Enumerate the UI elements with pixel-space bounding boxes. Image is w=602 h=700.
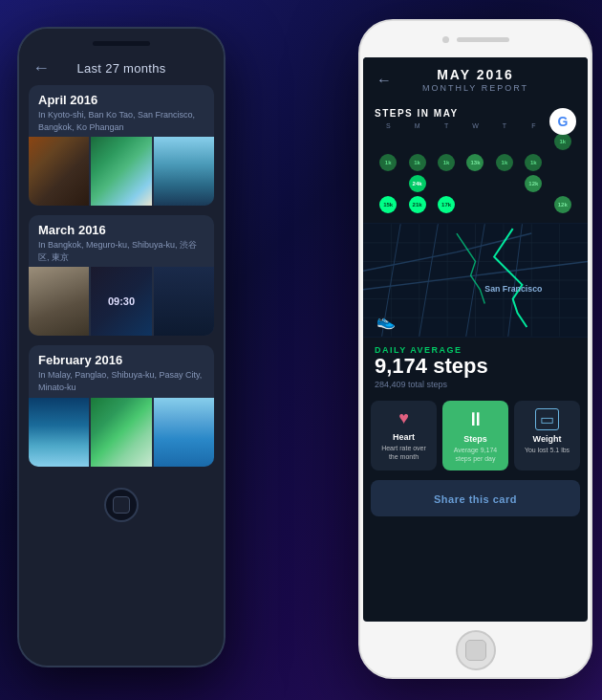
march-photo-2: 09:30: [91, 267, 151, 336]
april-photos: [29, 137, 214, 206]
phone-left: ← Last 27 months April 2016 In Kyoto-shi…: [17, 27, 226, 667]
cal-h-t1: T: [433, 122, 460, 129]
cal-1-6: [525, 133, 542, 150]
right-home-button-inner: [465, 640, 486, 661]
weight-card[interactable]: ▭ Weight You lost 5.1 lbs: [514, 401, 580, 470]
right-report-subtitle: MONTHLY REPORT: [422, 83, 528, 93]
right-speaker: [457, 37, 509, 42]
cal-row-3: 24k 12k: [375, 175, 576, 192]
april-title: April 2016: [38, 93, 204, 107]
heart-label: Heart: [376, 432, 431, 442]
cal-h-m: M: [403, 122, 430, 129]
left-notch: [19, 29, 224, 57]
steps-count: 9,174 steps: [375, 355, 576, 378]
stats-area: DAILY AVERAGE 9,174 steps 284,409 total …: [363, 338, 588, 395]
cal-4-5: [496, 196, 513, 213]
map-svg: San Francisco: [363, 223, 588, 338]
weight-label: Weight: [520, 434, 574, 444]
cal-2-1: 1k: [379, 154, 397, 171]
right-screen: ← MAY 2016 MONTHLY REPORT STEPS IN MAY G…: [363, 57, 588, 622]
steps-label: STEPS IN MAY: [375, 108, 576, 119]
steps-desc: Average 9,174 steps per day: [448, 446, 503, 463]
month-list: April 2016 In Kyoto-shi, Ban Ko Tao, San…: [19, 85, 224, 476]
left-back-arrow[interactable]: ←: [32, 58, 50, 78]
calendar-header-row: S M T W T F S: [375, 122, 576, 129]
april-photo-2: [91, 137, 151, 206]
cal-4-6: [525, 196, 542, 213]
cal-2-7: [554, 154, 571, 171]
shoe-icon: 👟: [376, 312, 396, 330]
cal-2-4: 13k: [466, 154, 484, 171]
april-photo-1: [29, 137, 89, 206]
map-area: San Francisco 👟: [363, 223, 588, 338]
steps-card[interactable]: ⏸ Steps Average 9,174 steps per day: [442, 401, 508, 470]
left-speaker: [93, 41, 150, 46]
heart-icon: ♥: [376, 408, 431, 428]
cal-4-7: 12k: [554, 196, 571, 213]
cal-3-5: [496, 175, 513, 192]
right-title-area: MAY 2016 MONTHLY REPORT: [422, 67, 528, 93]
cal-4-3: 17k: [438, 196, 455, 213]
february-photo-3: [154, 398, 214, 467]
cal-3-3: [438, 175, 455, 192]
left-bottom: [19, 476, 224, 530]
weight-icon: ▭: [535, 408, 559, 430]
cal-4-1: 15k: [379, 196, 397, 213]
svg-text:San Francisco: San Francisco: [484, 284, 543, 294]
right-bottom: [360, 622, 591, 677]
left-home-button-inner: [113, 496, 130, 514]
right-home-button[interactable]: [456, 630, 496, 670]
cal-4-2: 21k: [409, 196, 426, 213]
cal-2-3: 1k: [438, 154, 455, 171]
cal-1-5: [496, 133, 513, 150]
february-subtitle: In Malay, Panglao, Shibuya-ku, Pasay Cit…: [38, 369, 204, 393]
left-header: ← Last 27 months: [19, 57, 224, 85]
google-icon[interactable]: G: [549, 108, 576, 135]
right-back-arrow[interactable]: ←: [376, 72, 392, 89]
month-item-march[interactable]: March 2016 In Bangkok, Meguro-ku, Shibuy…: [29, 215, 214, 336]
cal-1-2: [409, 133, 426, 150]
cal-3-6: 12k: [525, 175, 542, 192]
phone-right: ← MAY 2016 MONTHLY REPORT STEPS IN MAY G…: [358, 19, 592, 679]
steps-label-card: Steps: [448, 434, 503, 444]
right-header: ← MAY 2016 MONTHLY REPORT: [363, 57, 588, 100]
cal-3-4: [466, 175, 484, 192]
right-notch: [360, 21, 591, 57]
activity-cards: ♥ Heart Heart rate over the month ⏸ Step…: [363, 395, 588, 476]
march-photo-3: [154, 267, 214, 336]
cal-row-1: 1k: [375, 133, 576, 150]
cal-h-s1: S: [375, 122, 401, 129]
cal-3-1: [379, 175, 397, 192]
cal-3-2: 24k: [409, 175, 426, 192]
cal-3-7: [554, 175, 571, 192]
april-subtitle: In Kyoto-shi, Ban Ko Tao, San Francisco,…: [38, 109, 204, 133]
february-photo-2: [91, 398, 151, 467]
february-photos: [29, 398, 214, 467]
march-title: March 2016: [38, 223, 204, 237]
heart-desc: Heart rate over the month: [376, 444, 431, 461]
cal-row-4: 15k 21k 17k 12k: [375, 196, 576, 213]
left-header-title: Last 27 months: [76, 61, 165, 76]
right-month-title: MAY 2016: [422, 67, 528, 82]
february-photo-1: [29, 398, 89, 467]
share-btn-text: Share this card: [434, 493, 517, 505]
total-steps: 284,409 total steps: [375, 380, 576, 389]
left-home-button[interactable]: [104, 488, 139, 522]
month-item-february[interactable]: February 2016 In Malay, Panglao, Shibuya…: [29, 345, 214, 466]
cal-h-t2: T: [491, 122, 518, 129]
weight-desc: You lost 5.1 lbs: [520, 446, 574, 454]
cal-h-f: F: [520, 122, 547, 129]
cal-2-2: 1k: [409, 154, 426, 171]
cal-1-3: [438, 133, 455, 150]
cal-2-5: 1k: [496, 154, 513, 171]
february-title: February 2016: [38, 353, 204, 367]
steps-icon: ⏸: [448, 408, 503, 430]
month-item-april[interactable]: April 2016 In Kyoto-shi, Ban Ko Tao, San…: [29, 85, 214, 206]
cal-1-4: [466, 133, 484, 150]
heart-card[interactable]: ♥ Heart Heart rate over the month: [371, 401, 437, 470]
cal-row-2: 1k 1k 1k 13k 1k 1k: [375, 154, 576, 171]
share-button[interactable]: Share this card: [371, 480, 580, 516]
cal-2-6: 1k: [525, 154, 542, 171]
march-photos: 09:30: [29, 267, 214, 336]
right-camera: [442, 36, 449, 43]
